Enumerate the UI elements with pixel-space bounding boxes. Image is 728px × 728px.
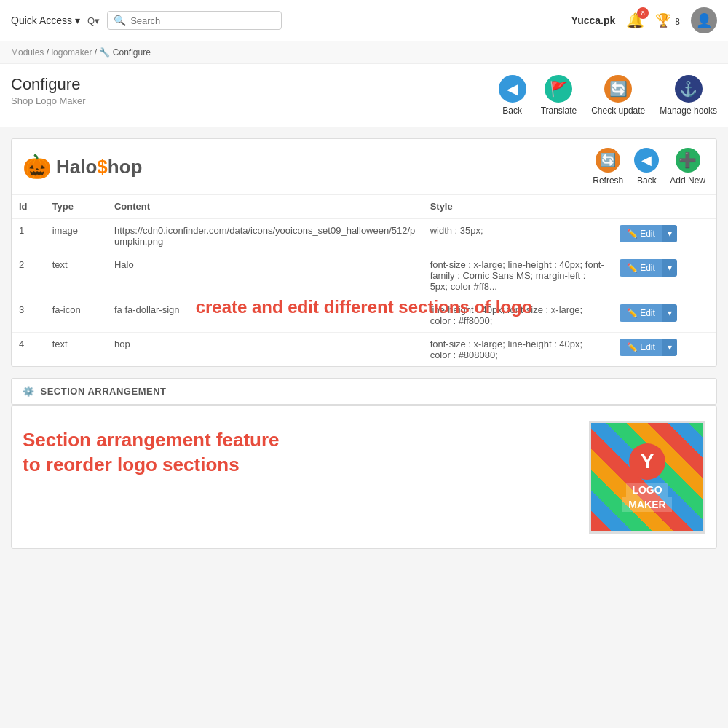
cell-edit: ✏️ Edit ▾ xyxy=(612,298,716,333)
translate-button[interactable]: 🚩 Translate xyxy=(541,75,577,116)
col-id: Id xyxy=(12,195,45,218)
avatar[interactable]: 👤 xyxy=(691,7,717,33)
cell-type: image xyxy=(45,218,107,253)
logo-maker-text1: LOGO xyxy=(626,483,668,497)
translate-label: Translate xyxy=(541,106,577,116)
add-new-button[interactable]: ➕ Add New xyxy=(670,148,705,186)
translate-icon: 🚩 xyxy=(545,75,572,103)
edit-button[interactable]: ✏️ Edit xyxy=(620,225,662,242)
cell-style: line-height : 40px; font-size : x-large;… xyxy=(423,298,612,333)
cell-type: text xyxy=(45,333,107,367)
back-card-button[interactable]: ◀ Back xyxy=(634,148,659,186)
trophy-count: 8 xyxy=(675,17,680,27)
search-box: 🔍 xyxy=(107,11,282,30)
edit-dropdown-button[interactable]: ▾ xyxy=(662,225,677,242)
table-header-row: Id Type Content Style xyxy=(12,195,716,218)
logo-y-circle: Y xyxy=(629,443,665,480)
logo-display: 🎃 Halo$hop xyxy=(23,153,142,181)
add-new-icon: ➕ xyxy=(676,148,700,173)
manage-hooks-button[interactable]: ⚓ Manage hooks xyxy=(660,75,717,116)
edit-dropdown-button[interactable]: ▾ xyxy=(662,304,677,322)
table-wrapper: create and edit different sections of lo… xyxy=(12,195,716,366)
back-label: Back xyxy=(502,106,522,116)
section-text-block: Section arrangement feature to reorder l… xyxy=(23,421,574,478)
site-name: Yucca.pk xyxy=(571,15,616,26)
pumpkin-logo: 🎃 xyxy=(23,153,52,181)
search-input[interactable] xyxy=(130,15,275,26)
page-header: Configure Shop Logo Maker ◀ Back 🚩 Trans… xyxy=(0,64,728,127)
edit-button[interactable]: ✏️ Edit xyxy=(620,304,662,322)
trophy-icon[interactable]: 🏆 8 xyxy=(655,12,680,28)
main-content: 🎃 Halo$hop 🔄 Refresh ◀ Back ➕ Add New xyxy=(0,127,728,560)
back-card-icon: ◀ xyxy=(634,148,659,173)
refresh-label: Refresh xyxy=(593,175,623,186)
anchor-icon: ⚓ xyxy=(675,75,703,103)
top-nav: Quick Access ▾ Q▾ 🔍 Yucca.pk 🔔 8 🏆 8 👤 xyxy=(0,0,728,41)
logo-card-actions: 🔄 Refresh ◀ Back ➕ Add New xyxy=(593,148,705,186)
edit-dropdown-button[interactable]: ▾ xyxy=(662,259,677,277)
page-subtitle: Shop Logo Maker xyxy=(11,95,499,106)
back-card-label: Back xyxy=(637,175,657,186)
table-row: 1 image https://cdn0.iconfinder.com/data… xyxy=(12,218,716,253)
check-update-button[interactable]: 🔄 Check update xyxy=(591,75,645,116)
refresh-update-icon: 🔄 xyxy=(604,75,632,103)
breadcrumb-modules[interactable]: Modules xyxy=(11,47,44,58)
page-actions: ◀ Back 🚩 Translate 🔄 Check update ⚓ Mana… xyxy=(499,75,717,116)
gear-icon: ⚙️ xyxy=(23,386,35,397)
col-content: Content xyxy=(107,195,423,218)
cell-style: font-size : x-large; line-height : 40px;… xyxy=(423,333,612,367)
logo-maker-overlay: Y LOGO MAKER xyxy=(591,423,703,531)
search-icon: 🔍 xyxy=(114,15,126,26)
page-title: Configure xyxy=(11,75,499,94)
table-row: 2 text Halo font-size : x-large; line-he… xyxy=(12,253,716,298)
back-button[interactable]: ◀ Back xyxy=(499,75,526,116)
section-arrangement-header: ⚙️ SECTION ARRANGEMENT xyxy=(11,378,717,405)
col-actions xyxy=(612,195,716,218)
cell-edit: ✏️ Edit ▾ xyxy=(612,333,716,367)
cell-id: 1 xyxy=(12,218,45,253)
chevron-down-icon: ▾ xyxy=(75,15,80,26)
cell-content: Halo xyxy=(107,253,423,298)
check-update-label: Check update xyxy=(591,106,645,116)
breadcrumb-logomaker[interactable]: logomaker xyxy=(51,47,92,58)
notification-badge: 8 xyxy=(637,7,649,19)
refresh-icon: 🔄 xyxy=(596,148,620,173)
add-new-label: Add New xyxy=(670,175,705,186)
page-title-block: Configure Shop Logo Maker xyxy=(11,75,499,106)
edit-button[interactable]: ✏️ Edit xyxy=(620,259,662,277)
col-style: Style xyxy=(423,195,612,218)
edit-btn-group: ✏️ Edit ▾ xyxy=(620,304,677,322)
cell-style: width : 35px; xyxy=(423,218,612,253)
edit-button[interactable]: ✏️ Edit xyxy=(620,339,662,356)
breadcrumb-sep1: / xyxy=(47,47,49,58)
cell-content: fa fa-dollar-sign xyxy=(107,298,423,333)
logo-maker-bg: Y LOGO MAKER xyxy=(591,423,703,531)
cell-id: 3 xyxy=(12,298,45,333)
quick-access-menu[interactable]: Quick Access ▾ xyxy=(11,15,80,26)
nav-right: Yucca.pk 🔔 8 🏆 8 👤 xyxy=(571,7,717,33)
section-highlight-line1: Section arrangement feature xyxy=(23,428,574,453)
cell-content: https://cdn0.iconfinder.com/data/icons/y… xyxy=(107,218,423,253)
cell-type: fa-icon xyxy=(45,298,107,333)
table-row: 4 text hop font-size : x-large; line-hei… xyxy=(12,333,716,367)
cell-id: 4 xyxy=(12,333,45,367)
col-type: Type xyxy=(45,195,107,218)
section-highlight-line2: to reorder logo sections xyxy=(23,453,574,478)
cell-edit: ✏️ Edit ▾ xyxy=(612,253,716,298)
logo-maker-image: Y LOGO MAKER xyxy=(589,421,705,534)
logo-sections-table: Id Type Content Style 1 image https://cd… xyxy=(12,195,716,366)
edit-btn-group: ✏️ Edit ▾ xyxy=(620,339,677,356)
search-shortcut-icon[interactable]: Q▾ xyxy=(87,15,100,26)
section-arrangement-content: Section arrangement feature to reorder l… xyxy=(11,405,717,549)
logo-halo-text: Halo$hop xyxy=(56,156,142,178)
breadcrumb-sep2: / xyxy=(95,47,97,58)
cell-edit: ✏️ Edit ▾ xyxy=(612,218,716,253)
notifications-icon[interactable]: 🔔 8 xyxy=(626,12,644,29)
breadcrumb: Modules / logomaker / 🔧 Configure xyxy=(0,41,728,64)
logo-card: 🎃 Halo$hop 🔄 Refresh ◀ Back ➕ Add New xyxy=(11,138,717,367)
cell-content: hop xyxy=(107,333,423,367)
edit-dropdown-button[interactable]: ▾ xyxy=(662,339,677,356)
back-icon: ◀ xyxy=(499,75,526,103)
refresh-button[interactable]: 🔄 Refresh xyxy=(593,148,623,186)
cell-style: font-size : x-large; line-height : 40px;… xyxy=(423,253,612,298)
